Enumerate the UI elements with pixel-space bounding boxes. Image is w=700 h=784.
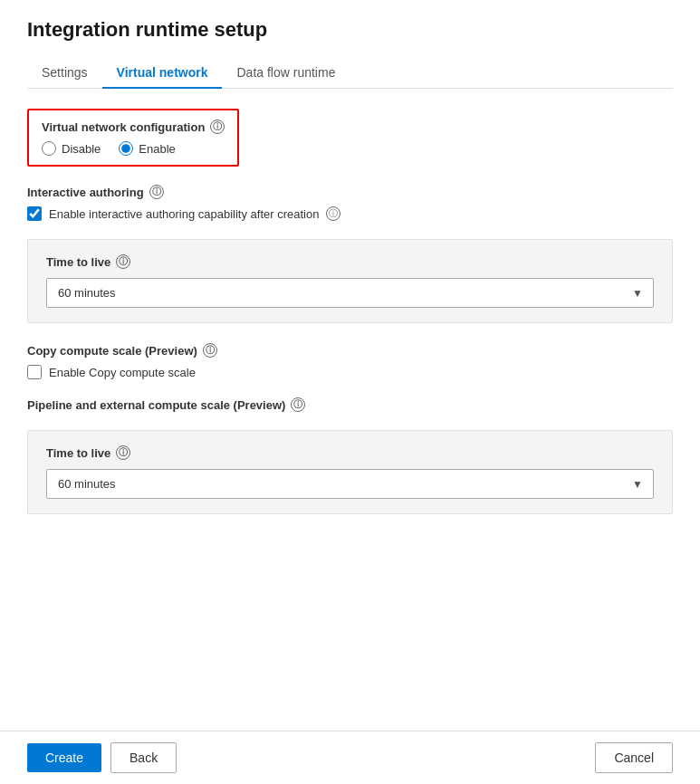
interactive-authoring-checkbox[interactable] (27, 206, 42, 221)
ttl2-dropdown-wrapper: 0 minutes 15 minutes 30 minutes 60 minut… (46, 469, 654, 499)
cancel-button[interactable]: Cancel (595, 742, 673, 773)
tab-data-flow-runtime[interactable]: Data flow runtime (222, 58, 350, 89)
radio-enable-label: Enable (139, 142, 175, 156)
ttl1-info-icon[interactable]: ⓘ (116, 254, 130, 269)
interactive-authoring-header: Interactive authoring ⓘ (27, 185, 673, 199)
ttl1-dropdown[interactable]: 0 minutes 15 minutes 30 minutes 60 minut… (46, 278, 654, 308)
ttl2-dropdown[interactable]: 0 minutes 15 minutes 30 minutes 60 minut… (46, 469, 654, 499)
radio-disable-label: Disable (62, 142, 101, 156)
vnet-config-label: Virtual network configuration ⓘ (42, 120, 225, 134)
vnet-config-box: Virtual network configuration ⓘ Disable … (27, 109, 239, 167)
interactive-authoring-checkbox-label: Enable interactive authoring capability … (49, 207, 319, 221)
vnet-radio-group: Disable Enable (42, 141, 225, 156)
radio-disable-input[interactable] (42, 141, 56, 156)
tabs: Settings Virtual network Data flow runti… (27, 58, 673, 89)
back-button[interactable]: Back (110, 742, 177, 773)
copy-compute-header: Copy compute scale (Preview) ⓘ (27, 343, 673, 358)
ttl2-header: Time to live ⓘ (46, 445, 654, 460)
tab-virtual-network[interactable]: Virtual network (102, 58, 223, 89)
tab-settings[interactable]: Settings (27, 58, 102, 89)
ttl1-dropdown-wrapper: 0 minutes 15 minutes 30 minutes 60 minut… (46, 278, 654, 308)
pipeline-compute-header: Pipeline and external compute scale (Pre… (27, 397, 673, 412)
copy-compute-info-icon[interactable]: ⓘ (203, 343, 217, 358)
interactive-authoring-checkbox-info-icon[interactable]: ⓘ (326, 206, 340, 221)
page-title: Integration runtime setup (27, 18, 673, 42)
copy-compute-checkbox[interactable] (27, 365, 42, 379)
copy-compute-section: Copy compute scale (Preview) ⓘ Enable Co… (27, 343, 673, 379)
ttl1-header: Time to live ⓘ (46, 254, 654, 269)
interactive-authoring-checkbox-row: Enable interactive authoring capability … (27, 206, 673, 221)
copy-compute-checkbox-label: Enable Copy compute scale (49, 366, 196, 379)
pipeline-compute-section: Pipeline and external compute scale (Pre… (27, 397, 673, 412)
vnet-config-info-icon[interactable]: ⓘ (210, 120, 225, 134)
radio-enable[interactable]: Enable (119, 141, 175, 156)
radio-enable-input[interactable] (119, 141, 133, 156)
pipeline-compute-info-icon[interactable]: ⓘ (291, 397, 305, 412)
copy-compute-checkbox-row: Enable Copy compute scale (27, 365, 673, 379)
ttl2-info-icon[interactable]: ⓘ (116, 445, 130, 460)
footer: Create Back Cancel (0, 731, 700, 784)
time-to-live-box-1: Time to live ⓘ 0 minutes 15 minutes 30 m… (27, 239, 673, 323)
radio-disable[interactable]: Disable (42, 141, 101, 156)
time-to-live-box-2: Time to live ⓘ 0 minutes 15 minutes 30 m… (27, 430, 673, 514)
interactive-authoring-info-icon[interactable]: ⓘ (149, 185, 164, 199)
create-button[interactable]: Create (27, 743, 101, 772)
interactive-authoring-section: Interactive authoring ⓘ Enable interacti… (27, 185, 673, 221)
